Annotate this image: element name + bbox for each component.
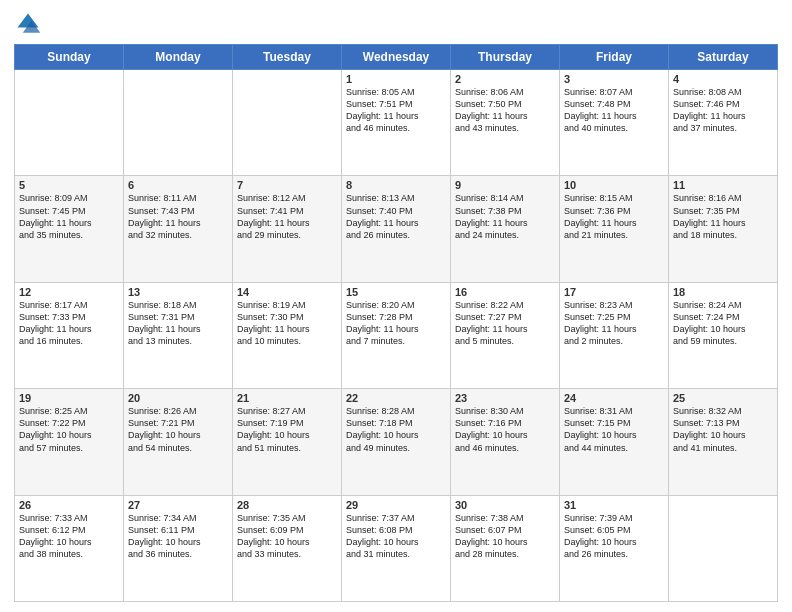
page: SundayMondayTuesdayWednesdayThursdayFrid… [0, 0, 792, 612]
day-info: Sunrise: 8:30 AM Sunset: 7:16 PM Dayligh… [455, 405, 555, 454]
day-cell-3: 3Sunrise: 8:07 AM Sunset: 7:48 PM Daylig… [560, 70, 669, 176]
day-cell-29: 29Sunrise: 7:37 AM Sunset: 6:08 PM Dayli… [342, 495, 451, 601]
day-info: Sunrise: 7:35 AM Sunset: 6:09 PM Dayligh… [237, 512, 337, 561]
day-info: Sunrise: 8:27 AM Sunset: 7:19 PM Dayligh… [237, 405, 337, 454]
day-number: 2 [455, 73, 555, 85]
day-number: 4 [673, 73, 773, 85]
weekday-sunday: Sunday [15, 45, 124, 70]
weekday-monday: Monday [124, 45, 233, 70]
day-cell-19: 19Sunrise: 8:25 AM Sunset: 7:22 PM Dayli… [15, 389, 124, 495]
day-info: Sunrise: 8:09 AM Sunset: 7:45 PM Dayligh… [19, 192, 119, 241]
day-cell-8: 8Sunrise: 8:13 AM Sunset: 7:40 PM Daylig… [342, 176, 451, 282]
day-info: Sunrise: 8:08 AM Sunset: 7:46 PM Dayligh… [673, 86, 773, 135]
day-info: Sunrise: 8:11 AM Sunset: 7:43 PM Dayligh… [128, 192, 228, 241]
day-number: 18 [673, 286, 773, 298]
day-info: Sunrise: 8:18 AM Sunset: 7:31 PM Dayligh… [128, 299, 228, 348]
day-cell-7: 7Sunrise: 8:12 AM Sunset: 7:41 PM Daylig… [233, 176, 342, 282]
calendar-table: SundayMondayTuesdayWednesdayThursdayFrid… [14, 44, 778, 602]
day-info: Sunrise: 8:16 AM Sunset: 7:35 PM Dayligh… [673, 192, 773, 241]
day-number: 5 [19, 179, 119, 191]
day-number: 15 [346, 286, 446, 298]
day-cell-22: 22Sunrise: 8:28 AM Sunset: 7:18 PM Dayli… [342, 389, 451, 495]
day-cell-9: 9Sunrise: 8:14 AM Sunset: 7:38 PM Daylig… [451, 176, 560, 282]
day-cell-11: 11Sunrise: 8:16 AM Sunset: 7:35 PM Dayli… [669, 176, 778, 282]
day-cell-6: 6Sunrise: 8:11 AM Sunset: 7:43 PM Daylig… [124, 176, 233, 282]
day-info: Sunrise: 7:34 AM Sunset: 6:11 PM Dayligh… [128, 512, 228, 561]
day-number: 28 [237, 499, 337, 511]
day-number: 3 [564, 73, 664, 85]
day-number: 16 [455, 286, 555, 298]
day-info: Sunrise: 8:15 AM Sunset: 7:36 PM Dayligh… [564, 192, 664, 241]
day-info: Sunrise: 8:20 AM Sunset: 7:28 PM Dayligh… [346, 299, 446, 348]
day-cell-10: 10Sunrise: 8:15 AM Sunset: 7:36 PM Dayli… [560, 176, 669, 282]
day-info: Sunrise: 7:39 AM Sunset: 6:05 PM Dayligh… [564, 512, 664, 561]
day-info: Sunrise: 8:24 AM Sunset: 7:24 PM Dayligh… [673, 299, 773, 348]
day-number: 30 [455, 499, 555, 511]
day-number: 12 [19, 286, 119, 298]
day-number: 31 [564, 499, 664, 511]
day-info: Sunrise: 7:33 AM Sunset: 6:12 PM Dayligh… [19, 512, 119, 561]
week-row-4: 19Sunrise: 8:25 AM Sunset: 7:22 PM Dayli… [15, 389, 778, 495]
day-cell-23: 23Sunrise: 8:30 AM Sunset: 7:16 PM Dayli… [451, 389, 560, 495]
day-info: Sunrise: 8:17 AM Sunset: 7:33 PM Dayligh… [19, 299, 119, 348]
day-info: Sunrise: 8:19 AM Sunset: 7:30 PM Dayligh… [237, 299, 337, 348]
day-cell-30: 30Sunrise: 7:38 AM Sunset: 6:07 PM Dayli… [451, 495, 560, 601]
day-number: 14 [237, 286, 337, 298]
day-info: Sunrise: 8:28 AM Sunset: 7:18 PM Dayligh… [346, 405, 446, 454]
day-cell-17: 17Sunrise: 8:23 AM Sunset: 7:25 PM Dayli… [560, 282, 669, 388]
week-row-3: 12Sunrise: 8:17 AM Sunset: 7:33 PM Dayli… [15, 282, 778, 388]
empty-cell [669, 495, 778, 601]
day-number: 27 [128, 499, 228, 511]
day-number: 11 [673, 179, 773, 191]
day-cell-20: 20Sunrise: 8:26 AM Sunset: 7:21 PM Dayli… [124, 389, 233, 495]
day-number: 21 [237, 392, 337, 404]
day-info: Sunrise: 8:31 AM Sunset: 7:15 PM Dayligh… [564, 405, 664, 454]
weekday-saturday: Saturday [669, 45, 778, 70]
day-cell-16: 16Sunrise: 8:22 AM Sunset: 7:27 PM Dayli… [451, 282, 560, 388]
logo [14, 10, 45, 38]
day-number: 19 [19, 392, 119, 404]
day-number: 29 [346, 499, 446, 511]
header [14, 10, 778, 38]
weekday-wednesday: Wednesday [342, 45, 451, 70]
day-cell-15: 15Sunrise: 8:20 AM Sunset: 7:28 PM Dayli… [342, 282, 451, 388]
day-info: Sunrise: 8:25 AM Sunset: 7:22 PM Dayligh… [19, 405, 119, 454]
day-info: Sunrise: 7:37 AM Sunset: 6:08 PM Dayligh… [346, 512, 446, 561]
day-cell-25: 25Sunrise: 8:32 AM Sunset: 7:13 PM Dayli… [669, 389, 778, 495]
day-number: 9 [455, 179, 555, 191]
day-number: 13 [128, 286, 228, 298]
weekday-header-row: SundayMondayTuesdayWednesdayThursdayFrid… [15, 45, 778, 70]
day-info: Sunrise: 8:05 AM Sunset: 7:51 PM Dayligh… [346, 86, 446, 135]
weekday-tuesday: Tuesday [233, 45, 342, 70]
day-number: 23 [455, 392, 555, 404]
week-row-2: 5Sunrise: 8:09 AM Sunset: 7:45 PM Daylig… [15, 176, 778, 282]
day-cell-12: 12Sunrise: 8:17 AM Sunset: 7:33 PM Dayli… [15, 282, 124, 388]
day-cell-2: 2Sunrise: 8:06 AM Sunset: 7:50 PM Daylig… [451, 70, 560, 176]
day-info: Sunrise: 8:23 AM Sunset: 7:25 PM Dayligh… [564, 299, 664, 348]
day-cell-26: 26Sunrise: 7:33 AM Sunset: 6:12 PM Dayli… [15, 495, 124, 601]
day-number: 22 [346, 392, 446, 404]
empty-cell [124, 70, 233, 176]
day-number: 24 [564, 392, 664, 404]
day-number: 26 [19, 499, 119, 511]
day-info: Sunrise: 7:38 AM Sunset: 6:07 PM Dayligh… [455, 512, 555, 561]
day-number: 8 [346, 179, 446, 191]
day-info: Sunrise: 8:06 AM Sunset: 7:50 PM Dayligh… [455, 86, 555, 135]
day-number: 20 [128, 392, 228, 404]
day-info: Sunrise: 8:26 AM Sunset: 7:21 PM Dayligh… [128, 405, 228, 454]
day-info: Sunrise: 8:32 AM Sunset: 7:13 PM Dayligh… [673, 405, 773, 454]
day-cell-24: 24Sunrise: 8:31 AM Sunset: 7:15 PM Dayli… [560, 389, 669, 495]
day-info: Sunrise: 8:07 AM Sunset: 7:48 PM Dayligh… [564, 86, 664, 135]
day-number: 17 [564, 286, 664, 298]
week-row-5: 26Sunrise: 7:33 AM Sunset: 6:12 PM Dayli… [15, 495, 778, 601]
day-cell-4: 4Sunrise: 8:08 AM Sunset: 7:46 PM Daylig… [669, 70, 778, 176]
day-info: Sunrise: 8:12 AM Sunset: 7:41 PM Dayligh… [237, 192, 337, 241]
day-number: 25 [673, 392, 773, 404]
logo-icon [14, 10, 42, 38]
day-cell-5: 5Sunrise: 8:09 AM Sunset: 7:45 PM Daylig… [15, 176, 124, 282]
weekday-thursday: Thursday [451, 45, 560, 70]
day-number: 1 [346, 73, 446, 85]
empty-cell [15, 70, 124, 176]
weekday-friday: Friday [560, 45, 669, 70]
day-number: 6 [128, 179, 228, 191]
